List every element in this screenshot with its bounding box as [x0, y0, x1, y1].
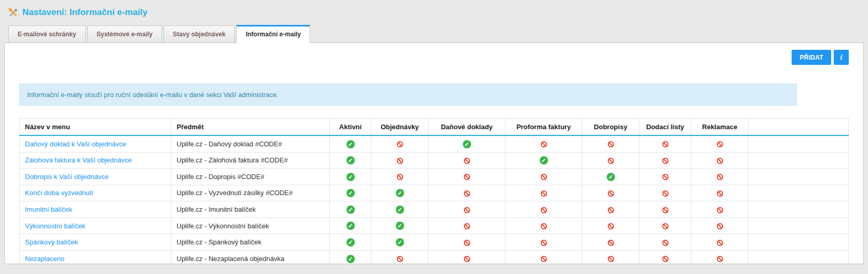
email-subject-cell: Uplife.cz - Nezaplacená objednávka — [171, 250, 330, 264]
flag-cell: ✓ — [330, 250, 371, 264]
disabled-icon[interactable] — [608, 190, 614, 197]
enabled-icon[interactable]: ✓ — [346, 156, 355, 165]
email-subject-cell: Uplife.cz - Vyzvednutí zásilky #CODE# — [171, 185, 330, 201]
email-name-link[interactable]: Imunitní balíček — [25, 206, 72, 213]
toolbar: PŘIDAT i — [5, 43, 863, 65]
enabled-icon[interactable]: ✓ — [540, 156, 548, 165]
actions-cell — [749, 169, 849, 185]
actions-cell — [749, 185, 849, 201]
disabled-icon[interactable] — [662, 207, 669, 213]
tab-informacni-emaily[interactable]: Informační e-maily — [236, 25, 310, 43]
email-name-link[interactable]: Výkonnostní balíček — [25, 222, 85, 230]
enabled-icon[interactable]: ✓ — [346, 173, 355, 181]
flag-cell — [691, 217, 749, 234]
disabled-icon[interactable] — [464, 158, 470, 164]
table-row: NezaplacenoUplife.cz - Nezaplacená objed… — [20, 250, 849, 264]
flag-cell — [505, 169, 582, 185]
tab-stavy-objednavek[interactable]: Stavy objednávek — [164, 25, 235, 43]
enabled-icon[interactable]: ✓ — [396, 238, 404, 246]
flag-cell — [691, 201, 749, 218]
enabled-icon[interactable]: ✓ — [346, 255, 355, 263]
disabled-icon[interactable] — [717, 256, 723, 262]
email-name-link[interactable]: Dobropis k Vaší objednávce — [25, 173, 109, 181]
disabled-icon[interactable] — [464, 223, 470, 229]
enabled-icon[interactable]: ✓ — [396, 189, 404, 197]
disabled-icon[interactable] — [608, 256, 614, 262]
enabled-icon[interactable]: ✓ — [396, 206, 404, 214]
disabled-icon[interactable] — [662, 158, 669, 164]
enabled-icon[interactable]: ✓ — [346, 238, 355, 246]
disabled-icon[interactable] — [541, 256, 547, 262]
disabled-icon[interactable] — [608, 223, 614, 229]
flag-cell: ✓ — [330, 135, 371, 152]
enabled-icon[interactable]: ✓ — [346, 140, 355, 148]
flag-cell: ✓ — [505, 152, 582, 169]
enabled-icon[interactable]: ✓ — [463, 140, 471, 148]
table-row: Končí doba vyzvednutíUplife.cz - Vyzvedn… — [20, 185, 849, 201]
disabled-icon[interactable] — [662, 141, 669, 147]
email-name-link[interactable]: Daňový doklad k Vaší objednávce — [25, 140, 126, 148]
add-button[interactable]: PŘIDAT — [792, 50, 831, 65]
enabled-icon[interactable]: ✓ — [346, 222, 355, 230]
disabled-icon[interactable] — [397, 158, 403, 164]
disabled-icon[interactable] — [717, 190, 723, 197]
flag-cell: ✓ — [330, 201, 371, 218]
disabled-icon[interactable] — [464, 240, 470, 246]
flag-cell — [582, 135, 639, 152]
enabled-icon[interactable]: ✓ — [346, 189, 355, 197]
table-row: Daňový doklad k Vaší objednávceUplife.cz… — [20, 135, 849, 152]
disabled-icon[interactable] — [464, 190, 470, 197]
disabled-icon[interactable] — [662, 256, 669, 262]
disabled-icon[interactable] — [464, 207, 470, 213]
flag-cell — [429, 152, 505, 169]
info-button[interactable]: i — [834, 50, 849, 65]
flag-cell — [582, 234, 639, 251]
disabled-icon[interactable] — [541, 174, 547, 180]
disabled-icon[interactable] — [662, 240, 669, 246]
disabled-icon[interactable] — [608, 158, 614, 164]
disabled-icon[interactable] — [541, 190, 547, 197]
email-name-link[interactable]: Spánkový balíček — [25, 238, 78, 246]
flag-cell — [429, 169, 505, 185]
disabled-icon[interactable] — [717, 141, 723, 147]
disabled-icon[interactable] — [397, 174, 403, 180]
disabled-icon[interactable] — [662, 223, 669, 229]
tab-systemove-emaily[interactable]: Systémové e-maily — [87, 25, 162, 43]
flag-cell — [371, 169, 429, 185]
enabled-icon[interactable]: ✓ — [607, 173, 615, 181]
disabled-icon[interactable] — [397, 141, 403, 147]
disabled-icon[interactable] — [541, 141, 547, 147]
disabled-icon[interactable] — [608, 141, 614, 147]
disabled-icon[interactable] — [717, 207, 723, 213]
flag-cell — [691, 185, 749, 201]
enabled-icon[interactable]: ✓ — [396, 222, 404, 230]
email-name-link[interactable]: Zálohová faktura k Vaší objednávce — [25, 156, 132, 164]
tools-icon — [8, 8, 18, 18]
flag-cell — [691, 135, 749, 152]
email-name-link[interactable]: Končí doba vyzvednutí — [25, 189, 94, 197]
disabled-icon[interactable] — [608, 207, 614, 213]
disabled-icon[interactable] — [541, 240, 547, 246]
disabled-icon[interactable] — [608, 240, 614, 246]
disabled-icon[interactable] — [717, 223, 723, 229]
disabled-icon[interactable] — [662, 174, 669, 180]
disabled-icon[interactable] — [662, 190, 669, 197]
flag-cell — [371, 152, 429, 169]
disabled-icon[interactable] — [717, 240, 723, 246]
disabled-icon[interactable] — [397, 256, 403, 262]
disabled-icon[interactable] — [717, 174, 723, 180]
disabled-icon[interactable] — [541, 223, 547, 229]
disabled-icon[interactable] — [464, 256, 470, 262]
email-subject-cell: Uplife.cz - Zálohová faktura #CODE# — [171, 152, 330, 169]
disabled-icon[interactable] — [717, 158, 723, 164]
enabled-icon[interactable]: ✓ — [346, 206, 355, 214]
tab-emailove-schranky[interactable]: E-mailové schránky — [8, 25, 86, 43]
flag-cell: ✓ — [371, 234, 429, 251]
disabled-icon[interactable] — [541, 207, 547, 213]
table-header-row: Název v menu Předmět Aktivní Objednávky … — [20, 119, 849, 136]
email-name-link[interactable]: Nezaplaceno — [25, 255, 64, 263]
disabled-icon[interactable] — [464, 174, 470, 180]
flag-cell — [639, 217, 691, 234]
emails-table: Název v menu Předmět Aktivní Objednávky … — [19, 118, 849, 264]
actions-cell — [749, 152, 849, 169]
